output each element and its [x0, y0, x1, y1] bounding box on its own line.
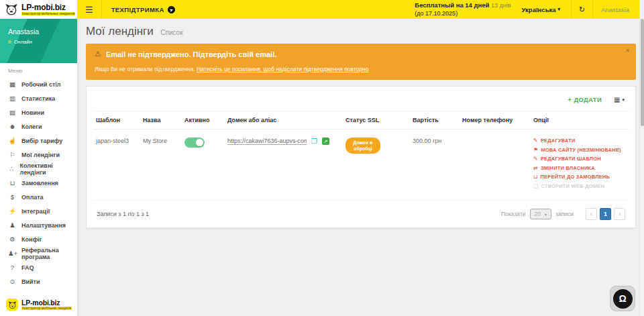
create-web-domain-link: ❏СТВОРИТИ WEB-ДОМЕН — [533, 183, 626, 189]
headset-icon: Ω — [613, 289, 633, 309]
pagination: ‹ 1 › — [586, 208, 625, 220]
square-icon: ❏ — [533, 183, 538, 189]
domain-link[interactable]: https://cakawi7636-aupvs-com-42 — [227, 138, 307, 145]
sidebar-item-desktop[interactable]: ▦Робочий стіл — [0, 77, 77, 91]
refresh-icon[interactable]: ↻ — [572, 5, 592, 14]
column-visibility-button[interactable]: ▦ ▾ — [614, 96, 625, 103]
sidebar-item-settings[interactable]: ♟Налаштування — [0, 218, 77, 232]
flag-icon: ⚐ — [8, 151, 17, 158]
cell-price: 300.00 грн — [410, 129, 460, 201]
page-length-suffix: записи — [555, 211, 574, 217]
col-header-options: Опції — [531, 111, 629, 129]
add-landing-button[interactable]: + ДОДАТИ — [568, 96, 602, 103]
table-row: japan-steel3 My Store https://cakawi7636… — [93, 129, 629, 201]
active-toggle[interactable] — [184, 138, 205, 148]
footer-brand-subtitle: Конструктор мобільних лендінгів — [21, 307, 72, 310]
language-selector[interactable]: Українська ▾ — [522, 6, 560, 13]
trial-until-date: (до 17.10.2025) — [415, 10, 511, 18]
page-title: Мої лендінги — [86, 25, 154, 38]
page-1-button[interactable]: 1 — [600, 208, 611, 220]
page-length-select[interactable]: 20 ▾ — [530, 209, 551, 219]
pencil-icon: ✎ — [533, 156, 538, 162]
hamburger-menu-icon[interactable]: ☰ — [77, 5, 101, 15]
sidebar-item-integrations[interactable]: ⚡Інтеграції — [0, 204, 77, 218]
sidebar-item-faq[interactable]: ?FAQ — [0, 260, 77, 274]
sidebar-item-logout[interactable]: ⊙Вийти — [0, 274, 77, 288]
records-info: Записи з 1 по 1 з 1 — [97, 211, 149, 217]
question-icon: ? — [8, 264, 17, 271]
prev-page-button[interactable]: ‹ — [586, 208, 597, 220]
gear-icon: ⚙ — [8, 235, 17, 243]
plug-icon: ⚡ — [8, 207, 17, 215]
grid-icon: ▦ — [614, 96, 620, 103]
banner-title-text: Email не підтверджено. Підтвердіть свій … — [106, 50, 276, 58]
scrollbar-thumb[interactable] — [641, 19, 644, 126]
row-options: ✎РЕДАГУВАТИ ⚑МОВА САЙТУ (НЕЗМІНЮВАНЕ) ✎Р… — [533, 138, 626, 189]
next-page-button[interactable]: › — [614, 208, 625, 220]
footer-brand-title: LP-mobi.biz — [21, 299, 72, 307]
go-to-orders-link[interactable]: ⊔ПЕРЕЙТИ ДО ЗАМОВЛЕНЬ — [533, 174, 626, 180]
landings-card: + ДОДАТИ ▦ ▾ Шаблон Назва Активно Домен … — [86, 86, 636, 228]
main-content: Мої лендінги Список ⚠ Email не підтвердж… — [77, 19, 644, 316]
resend-confirmation-link[interactable]: Натисніть це посилання, щоб надіслати пі… — [197, 66, 368, 72]
online-status-dot — [8, 40, 11, 44]
mascot-tile-icon — [6, 299, 18, 311]
brand-title: LP-mobi.biz — [21, 3, 75, 12]
sidebar-user-name: Anastasia — [8, 28, 69, 36]
col-header-name: Назва — [140, 111, 182, 129]
support-chat-widget[interactable]: Ω — [610, 286, 635, 311]
col-header-domain: Домен або аліас — [225, 111, 343, 129]
cell-phone — [460, 129, 531, 201]
warning-icon: ⚠ — [95, 50, 101, 58]
col-header-price: Вартість — [410, 111, 460, 129]
col-header-phone: Номер телефону — [460, 111, 531, 129]
sidebar-item-payment[interactable]: $Оплата — [0, 190, 77, 204]
cell-name: My Store — [140, 129, 182, 201]
sidebar-item-referral[interactable]: ♟+Реферальна програма — [0, 246, 77, 260]
banner-body-text: Якщо Ви не отримали підтвердження. — [95, 66, 195, 72]
sidebar-item-statistics[interactable]: ▥Статистика — [0, 91, 77, 105]
sidebar-item-tariff[interactable]: ☝Вибір тарифу — [0, 134, 77, 148]
topbar-username[interactable]: Anastasia — [593, 6, 637, 13]
site-language-link[interactable]: ⚑МОВА САЙТУ (НЕЗМІНЮВАНЕ) — [533, 147, 626, 153]
close-icon[interactable]: × — [626, 47, 630, 54]
copy-icon[interactable]: ❐ — [311, 138, 317, 145]
cart-icon: ⊔ — [533, 174, 537, 180]
change-owner-link[interactable]: ⇄ЗМІНИТИ ВЛАСНИКА — [533, 165, 626, 171]
tech-support-link[interactable]: ТЕХПІДТРИМКА ➤ — [111, 6, 175, 13]
sidebar-item-news[interactable]: ▤Новини — [0, 105, 77, 119]
flag-icon: ⚑ — [533, 147, 538, 153]
chart-icon: ▥ — [8, 95, 17, 102]
sidebar-menu: ▦Робочий стіл ▥Статистика ▤Новини ☻Колег… — [0, 76, 77, 288]
edit-link[interactable]: ✎РЕДАГУВАТИ — [533, 138, 626, 144]
landings-table: Шаблон Назва Активно Домен або аліас Ста… — [93, 111, 629, 201]
users-icon: ☻ — [8, 123, 17, 130]
sidebar-footer-logo[interactable]: LP-mobi.biz Конструктор мобільних лендін… — [6, 299, 72, 311]
sidebar-item-orders[interactable]: ⊔Замовлення — [0, 176, 77, 190]
external-link-icon[interactable]: ↗ — [322, 138, 329, 145]
sidebar-item-config[interactable]: ⚙Конфіг — [0, 232, 77, 246]
edit-template-link[interactable]: ✎РЕДАГУВАТИ ШАБЛОН — [533, 156, 626, 162]
menu-section-label: Меню — [0, 63, 77, 76]
cart-icon: ⊔ — [8, 179, 17, 187]
tech-support-label: ТЕХПІДТРИМКА — [111, 6, 164, 13]
sidebar-user-panel: Anastasia Онлайн — [0, 19, 77, 63]
topbar: ☰ ТЕХПІДТРИМКА ➤ Бесплатный на 14 дней 1… — [77, 0, 644, 19]
page-length-label: Показати — [501, 211, 525, 217]
swap-icon: ⇄ — [533, 165, 538, 171]
topbar-divider — [101, 0, 102, 19]
cell-template: japan-steel3 — [93, 129, 140, 201]
sidebar-item-colleagues[interactable]: ☻Колеги — [0, 119, 77, 134]
brand-logo[interactable]: LP-mobi.biz Конструктор мобильных лендин… — [0, 0, 77, 19]
col-header-active: Активно — [182, 111, 225, 129]
sidebar-item-collective-landings[interactable]: ∴Колективні лендінги — [0, 162, 77, 176]
dollar-icon: $ — [8, 193, 17, 201]
person-add-icon: ♟+ — [8, 250, 17, 257]
col-header-template: Шаблон — [93, 111, 140, 129]
power-icon: ⊙ — [8, 278, 17, 285]
chevron-down-icon: ▾ — [558, 7, 561, 12]
news-icon: ▤ — [8, 109, 17, 116]
telegram-icon: ➤ — [166, 5, 176, 14]
sidebar-item-my-landings[interactable]: ⚐Мої лендінги — [0, 148, 77, 162]
page-subtitle: Список — [160, 29, 182, 36]
